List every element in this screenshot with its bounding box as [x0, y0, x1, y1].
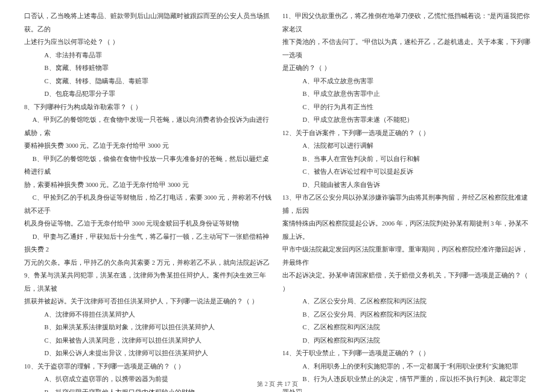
option-c: C、窝藏、转移、隐瞒毒品、毒赃罪: [24, 75, 273, 88]
option-d: D、丙区检察院和丙区法院: [282, 334, 531, 347]
right-column: 11、甲因父仇欲重伤乙，将乙推倒在地举刀便砍，乙慌忙抵挡喊着说："是丙逼我把你家…: [278, 10, 536, 392]
option-d: D、包庇毒品犯罪分子罪: [24, 87, 273, 101]
option-d: D、甲成立故意伤害罪未遂（不能犯）: [282, 113, 531, 127]
body-line: 是正确的？（ ）: [282, 62, 531, 75]
option-a: A、法院都可以进行调解: [282, 139, 531, 153]
option-a: A、利用职务上的便利实施犯罪的，不一定都属于"利用职业便利"实施犯罪: [282, 360, 531, 373]
option-b: B、当事人在宣告判决前，可以自行和解: [282, 153, 531, 166]
body-line: 案情特殊由丙区检察院提起公诉。2006 年，丙区法院判处孙某有期徒刑 3 年，孙…: [282, 217, 531, 243]
option-c: C、被告人在诉讼过程中可以提起反诉: [282, 165, 531, 179]
body-line: 要精神损失费 3000 元。乙迫于无奈付给甲 3000 元: [24, 139, 273, 153]
question-14: 14、关于职业禁止，下列哪一选项是正确的？（ ）: [282, 347, 531, 360]
question-12: 12、关于自诉案件，下列哪一选项是正确的？（ ）: [282, 127, 531, 140]
option-b: B、如果洪某系法律援助对象，沈律师可以担任洪某辩护人: [24, 321, 273, 334]
option-d: D、如果公诉人未提出异议，沈律师可以担任洪某辩护人: [24, 347, 273, 360]
question-11: 11、甲因父仇欲重伤乙，将乙推倒在地举刀便砍，乙慌忙抵挡喊着说："是丙逼我把你家…: [282, 10, 531, 36]
option-a: A、甲不成立故意伤害罪: [282, 75, 531, 88]
option-d: D、只能由被害人亲自告诉: [282, 179, 531, 192]
body-line: C、甲捡到乙的手机及身份证等财物后，给乙打电话，索要 3000 元，并称若不付钱…: [24, 191, 273, 217]
option-c: C、如果被告人洪某同意，沈律师可以担任洪某辩护人: [24, 334, 273, 347]
body-line: D、甲妻与乙通奸，甲获知后十分生气，将乙暴打一顿，乙主动写下一张赔偿精神损失费 …: [24, 230, 273, 256]
option-c: C、甲的行为具有正当性: [282, 101, 531, 114]
option-a: A、乙区公安分局、乙区检察院和丙区法院: [282, 295, 531, 308]
question-8: 8、下列哪种行为构成敲诈勒索罪？（ ）: [24, 101, 273, 114]
body-line: 胁，索要精神损失费 3000 元。乙迫于无奈付给甲 3000 元: [24, 179, 273, 192]
question-13: 13、甲市乙区公安分局以孙某涉嫌诈骗罪为由将其刑事拘留，并经乙区检察院批准逮捕，…: [282, 191, 531, 217]
body-line: B、甲到乙的餐馆吃饭，偷偷在食物中投放一只事先准备好的苍蝇，然后以砸烂桌椅进行威: [24, 153, 273, 179]
option-a: A、沈律师不得担任洪某辩护人: [24, 308, 273, 321]
question-9: 9、鲁某与洪某共同犯罪，洪某在逃，沈律师为鲁某担任辩护人。案件判决生效三年后，洪…: [24, 269, 273, 295]
body-line: 抓获并被起诉。关于沈律师可否担任洪某辩护人，下列哪一说法是正确的？（ ）: [24, 295, 273, 308]
option-b: B、甲成立故意伤害罪中止: [282, 87, 531, 101]
left-column: 口否认，乙当晚将上述毒品、赃款带到后山山洞隐藏时被跟踪而至的公安人员当场抓获。乙…: [19, 10, 278, 392]
body-line: 上述行为应当以何罪论处？（ ）: [24, 36, 273, 49]
option-a: A、非法持有毒品罪: [24, 49, 273, 62]
body-line: 出不起诉决定。孙某申请国家赔偿，关于赔偿义务机关，下列哪一选项是正确的？（ ）: [282, 269, 531, 295]
body-line: 甲市中级法院裁定发回丙区法院重新审理。重审期间，丙区检察院经准许撤回起诉，并最终…: [282, 243, 531, 269]
document-page: 口否认，乙当晚将上述毒品、赃款带到后山山洞隐藏时被跟踪而至的公安人员当场抓获。乙…: [0, 0, 555, 392]
body-line: 口否认，乙当晚将上述毒品、赃款带到后山山洞隐藏时被跟踪而至的公安人员当场抓获。乙…: [24, 10, 273, 36]
body-line: 万元的欠条。事后，甲持乙的欠条向其索要 2 万元，并称若乙不从，就向法院起诉乙: [24, 256, 273, 270]
option-b: B、窝藏、转移赃物罪: [24, 62, 273, 75]
question-10: 10、关于盗窃罪的理解，下列哪一选项是正确的？（ ）: [24, 360, 273, 373]
body-line: 机及身份证等物。乙迫于无奈付给甲 3000 元现金赎回手机及身份证等财物: [24, 217, 273, 230]
page-footer: 第 2 页 共 17 页: [0, 380, 555, 388]
option-b: B、乙区公安分局、丙区检察院和丙区法院: [282, 308, 531, 321]
body-line: 推下粪池的，不信去问丁。"甲信以为真，遂松开乙，乙趁机逃走。关于本案，下列哪一选…: [282, 36, 531, 62]
body-line: A、甲到乙的餐馆吃饭，在食物中发现一只苍蝇，遂以向消费者协会投诉为由进行威胁，索: [24, 113, 273, 139]
option-c: C、乙区检察院和丙区法院: [282, 321, 531, 334]
